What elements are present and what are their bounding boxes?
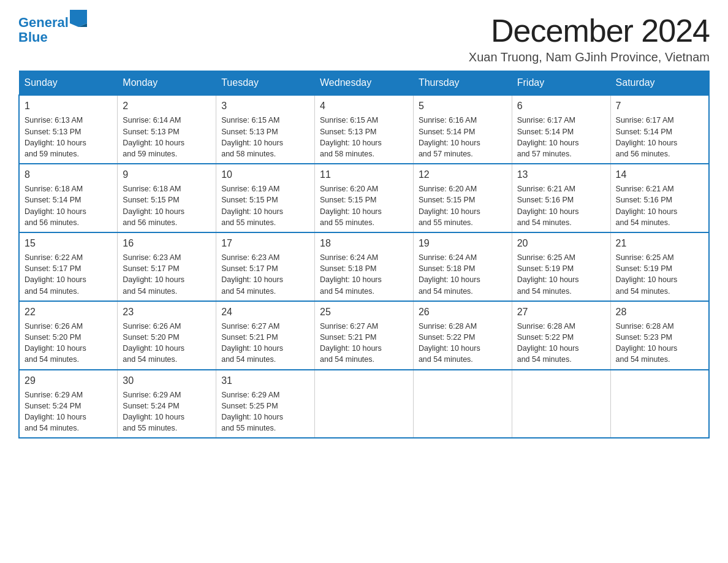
day-number: 29 — [25, 374, 112, 388]
day-info: Sunrise: 6:24 AMSunset: 5:18 PMDaylight:… — [320, 252, 408, 297]
logo-icon — [70, 10, 87, 27]
day-number: 7 — [616, 99, 703, 113]
day-info: Sunrise: 6:17 AMSunset: 5:14 PMDaylight:… — [517, 115, 605, 159]
logo: General Blue — [18, 12, 87, 45]
day-number: 26 — [419, 305, 507, 319]
day-info: Sunrise: 6:20 AMSunset: 5:15 PMDaylight:… — [419, 183, 507, 228]
day-number: 20 — [517, 237, 605, 250]
day-number: 31 — [221, 374, 309, 388]
day-info: Sunrise: 6:24 AMSunset: 5:18 PMDaylight:… — [419, 252, 507, 297]
table-row: 17Sunrise: 6:23 AMSunset: 5:17 PMDayligh… — [216, 232, 315, 301]
day-info: Sunrise: 6:21 AMSunset: 5:16 PMDaylight:… — [517, 183, 605, 228]
col-saturday: Saturday — [610, 71, 709, 96]
table-row: 7Sunrise: 6:17 AMSunset: 5:14 PMDaylight… — [610, 95, 709, 164]
day-number: 9 — [123, 168, 211, 182]
day-number: 8 — [25, 168, 112, 182]
table-row: 14Sunrise: 6:21 AMSunset: 5:16 PMDayligh… — [610, 164, 709, 232]
day-number: 2 — [123, 99, 211, 113]
table-row: 28Sunrise: 6:28 AMSunset: 5:23 PMDayligh… — [610, 301, 709, 370]
table-row: 18Sunrise: 6:24 AMSunset: 5:18 PMDayligh… — [315, 232, 414, 301]
table-row: 3Sunrise: 6:15 AMSunset: 5:13 PMDaylight… — [216, 95, 315, 164]
day-number: 12 — [419, 168, 507, 182]
day-info: Sunrise: 6:28 AMSunset: 5:22 PMDaylight:… — [517, 321, 605, 366]
logo-general: General — [18, 15, 69, 30]
day-number: 13 — [517, 168, 605, 182]
table-row — [315, 370, 414, 439]
day-number: 27 — [517, 305, 605, 319]
day-number: 18 — [320, 237, 408, 250]
table-row: 30Sunrise: 6:29 AMSunset: 5:24 PMDayligh… — [118, 370, 216, 439]
table-row: 9Sunrise: 6:18 AMSunset: 5:15 PMDaylight… — [118, 164, 216, 232]
day-info: Sunrise: 6:27 AMSunset: 5:21 PMDaylight:… — [221, 321, 309, 366]
day-number: 11 — [320, 168, 408, 182]
table-row: 31Sunrise: 6:29 AMSunset: 5:25 PMDayligh… — [216, 370, 315, 439]
subtitle: Xuan Truong, Nam GJinh Province, Vietnam — [469, 50, 710, 64]
day-number: 1 — [25, 99, 112, 113]
day-number: 25 — [320, 305, 408, 319]
page-header: General Blue December 2024 Xuan Truong, … — [18, 12, 710, 64]
table-row: 21Sunrise: 6:25 AMSunset: 5:19 PMDayligh… — [610, 232, 709, 301]
day-number: 22 — [25, 305, 112, 319]
day-number: 30 — [123, 374, 211, 388]
day-number: 5 — [419, 99, 507, 113]
calendar-header-row: Sunday Monday Tuesday Wednesday Thursday… — [19, 71, 709, 96]
table-row: 1Sunrise: 6:13 AMSunset: 5:13 PMDaylight… — [19, 95, 118, 164]
table-row: 12Sunrise: 6:20 AMSunset: 5:15 PMDayligh… — [413, 164, 512, 232]
table-row: 8Sunrise: 6:18 AMSunset: 5:14 PMDaylight… — [19, 164, 118, 232]
day-info: Sunrise: 6:28 AMSunset: 5:22 PMDaylight:… — [419, 321, 507, 366]
day-number: 23 — [123, 305, 211, 319]
day-info: Sunrise: 6:27 AMSunset: 5:21 PMDaylight:… — [320, 321, 408, 366]
table-row: 13Sunrise: 6:21 AMSunset: 5:16 PMDayligh… — [512, 164, 610, 232]
day-info: Sunrise: 6:26 AMSunset: 5:20 PMDaylight:… — [123, 321, 211, 366]
title-section: December 2024 Xuan Truong, Nam GJinh Pro… — [469, 12, 710, 64]
day-number: 4 — [320, 99, 408, 113]
day-info: Sunrise: 6:15 AMSunset: 5:13 PMDaylight:… — [320, 115, 408, 159]
day-number: 21 — [616, 237, 703, 250]
day-info: Sunrise: 6:29 AMSunset: 5:24 PMDaylight:… — [25, 389, 112, 434]
table-row: 20Sunrise: 6:25 AMSunset: 5:19 PMDayligh… — [512, 232, 610, 301]
table-row: 5Sunrise: 6:16 AMSunset: 5:14 PMDaylight… — [413, 95, 512, 164]
calendar-week-4: 22Sunrise: 6:26 AMSunset: 5:20 PMDayligh… — [19, 301, 709, 370]
day-info: Sunrise: 6:23 AMSunset: 5:17 PMDaylight:… — [221, 252, 309, 297]
day-number: 24 — [221, 305, 309, 319]
day-info: Sunrise: 6:23 AMSunset: 5:17 PMDaylight:… — [123, 252, 211, 297]
table-row: 24Sunrise: 6:27 AMSunset: 5:21 PMDayligh… — [216, 301, 315, 370]
day-info: Sunrise: 6:26 AMSunset: 5:20 PMDaylight:… — [25, 321, 112, 366]
day-info: Sunrise: 6:20 AMSunset: 5:15 PMDaylight:… — [320, 183, 408, 228]
day-number: 19 — [419, 237, 507, 250]
table-row: 6Sunrise: 6:17 AMSunset: 5:14 PMDaylight… — [512, 95, 610, 164]
logo-text: General Blue — [18, 12, 87, 45]
col-thursday: Thursday — [413, 71, 512, 96]
table-row: 29Sunrise: 6:29 AMSunset: 5:24 PMDayligh… — [19, 370, 118, 439]
table-row: 4Sunrise: 6:15 AMSunset: 5:13 PMDaylight… — [315, 95, 414, 164]
day-info: Sunrise: 6:21 AMSunset: 5:16 PMDaylight:… — [616, 183, 703, 228]
logo-blue: Blue — [18, 29, 48, 45]
col-friday: Friday — [512, 71, 610, 96]
day-number: 6 — [517, 99, 605, 113]
col-sunday: Sunday — [19, 71, 118, 96]
table-row: 10Sunrise: 6:19 AMSunset: 5:15 PMDayligh… — [216, 164, 315, 232]
day-number: 17 — [221, 237, 309, 250]
day-info: Sunrise: 6:22 AMSunset: 5:17 PMDaylight:… — [25, 252, 112, 297]
col-monday: Monday — [118, 71, 216, 96]
table-row: 19Sunrise: 6:24 AMSunset: 5:18 PMDayligh… — [413, 232, 512, 301]
day-number: 3 — [221, 99, 309, 113]
calendar-week-2: 8Sunrise: 6:18 AMSunset: 5:14 PMDaylight… — [19, 164, 709, 232]
calendar-week-5: 29Sunrise: 6:29 AMSunset: 5:24 PMDayligh… — [19, 370, 709, 439]
day-info: Sunrise: 6:25 AMSunset: 5:19 PMDaylight:… — [517, 252, 605, 297]
day-number: 15 — [25, 237, 112, 250]
day-info: Sunrise: 6:18 AMSunset: 5:15 PMDaylight:… — [123, 183, 211, 228]
day-info: Sunrise: 6:19 AMSunset: 5:15 PMDaylight:… — [221, 183, 309, 228]
calendar-week-1: 1Sunrise: 6:13 AMSunset: 5:13 PMDaylight… — [19, 95, 709, 164]
col-tuesday: Tuesday — [216, 71, 315, 96]
day-info: Sunrise: 6:29 AMSunset: 5:24 PMDaylight:… — [123, 389, 211, 434]
col-wednesday: Wednesday — [315, 71, 414, 96]
day-info: Sunrise: 6:29 AMSunset: 5:25 PMDaylight:… — [221, 389, 309, 434]
table-row — [610, 370, 709, 439]
day-info: Sunrise: 6:16 AMSunset: 5:14 PMDaylight:… — [419, 115, 507, 159]
day-number: 28 — [616, 305, 703, 319]
table-row — [512, 370, 610, 439]
calendar-table: Sunday Monday Tuesday Wednesday Thursday… — [18, 71, 710, 439]
main-title: December 2024 — [469, 12, 710, 49]
day-info: Sunrise: 6:17 AMSunset: 5:14 PMDaylight:… — [616, 115, 703, 159]
